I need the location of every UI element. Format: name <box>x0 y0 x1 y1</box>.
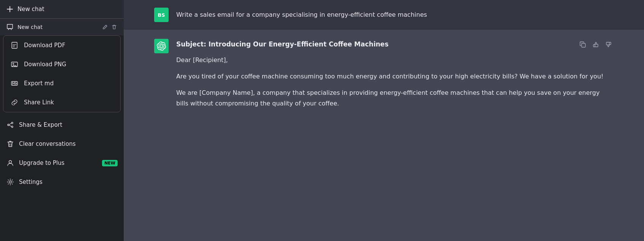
svg-point-8 <box>9 181 11 183</box>
svg-rect-9 <box>582 43 585 47</box>
chat-bubble-icon <box>6 23 14 31</box>
sidebar-item-settings[interactable]: Settings <box>0 172 124 192</box>
sidebar-item-clear-conversations[interactable]: Clear conversations <box>0 134 124 153</box>
trash-icon <box>6 140 14 148</box>
chat-history-actions <box>102 24 118 30</box>
copy-button[interactable] <box>578 40 588 49</box>
pdf-icon <box>10 41 19 49</box>
download-png-label: Download PNG <box>24 61 66 68</box>
sidebar-bottom: Share & Export Clear conversations Upgra… <box>0 115 124 192</box>
gear-icon <box>6 178 14 186</box>
svg-point-2 <box>13 63 14 64</box>
user-avatar: BS <box>154 8 169 22</box>
link-icon <box>10 98 19 107</box>
ai-text: Dear [Recipient], Are you tired of your … <box>176 55 614 109</box>
download-png-item[interactable]: Download PNG <box>3 55 120 74</box>
ai-message-body: Subject: Introducing Our Energy-Efficien… <box>176 39 614 109</box>
clear-conversations-label: Clear conversations <box>19 140 76 147</box>
ai-message-header: Subject: Introducing Our Energy-Efficien… <box>176 40 614 49</box>
thumbs-up-button[interactable] <box>591 40 601 49</box>
sidebar-item-upgrade-to-plus[interactable]: Upgrade to Plus NEW <box>0 153 124 172</box>
share-icon <box>6 121 14 129</box>
ai-paragraph2: We are [Company Name], a company that sp… <box>176 88 614 108</box>
thumbs-down-button[interactable] <box>604 40 614 49</box>
share-export-dropdown: Download PDF Download PNG Export md <box>3 35 121 112</box>
svg-point-5 <box>8 124 9 126</box>
svg-point-6 <box>11 126 13 128</box>
png-icon <box>10 60 19 69</box>
export-md-label: Export md <box>24 80 54 87</box>
ai-message-area: Subject: Introducing Our Energy-Efficien… <box>124 30 644 241</box>
upgrade-to-plus-label: Upgrade to Plus <box>19 160 64 166</box>
user-icon <box>6 159 14 167</box>
ai-message-actions <box>578 40 614 49</box>
chat-history-item[interactable]: New chat <box>0 19 124 35</box>
user-message-area: BS Write a sales email for a company spe… <box>124 0 644 30</box>
new-chat-top-label: New chat <box>18 6 44 13</box>
user-message-text: Write a sales email for a company specia… <box>176 8 427 20</box>
svg-rect-0 <box>12 42 17 48</box>
share-export-label: Share & Export <box>19 121 62 128</box>
new-chat-top-button[interactable]: New chat <box>0 0 124 19</box>
download-pdf-label: Download PDF <box>24 42 65 49</box>
edit-icon[interactable] <box>102 24 108 30</box>
sidebar: New chat New chat <box>0 0 124 241</box>
ai-subject: Subject: Introducing Our Energy-Efficien… <box>176 40 389 48</box>
main-content: BS Write a sales email for a company spe… <box>124 0 644 241</box>
export-md-item[interactable]: Export md <box>3 74 120 93</box>
svg-point-4 <box>11 122 13 124</box>
sidebar-item-share-export[interactable]: Share & Export <box>0 115 124 134</box>
share-link-item[interactable]: Share Link <box>3 93 120 112</box>
download-pdf-item[interactable]: Download PDF <box>3 36 120 55</box>
delete-icon[interactable] <box>111 24 118 30</box>
ai-paragraph1: Are you tired of your coffee machine con… <box>176 71 614 81</box>
share-link-label: Share Link <box>24 99 54 106</box>
plus-icon <box>6 5 14 13</box>
svg-point-7 <box>9 161 12 163</box>
new-badge: NEW <box>102 160 118 166</box>
settings-label: Settings <box>19 179 43 185</box>
md-icon <box>10 79 19 88</box>
chat-history-label: New chat <box>18 24 98 30</box>
ai-avatar <box>154 39 169 53</box>
ai-salutation: Dear [Recipient], <box>176 55 614 65</box>
